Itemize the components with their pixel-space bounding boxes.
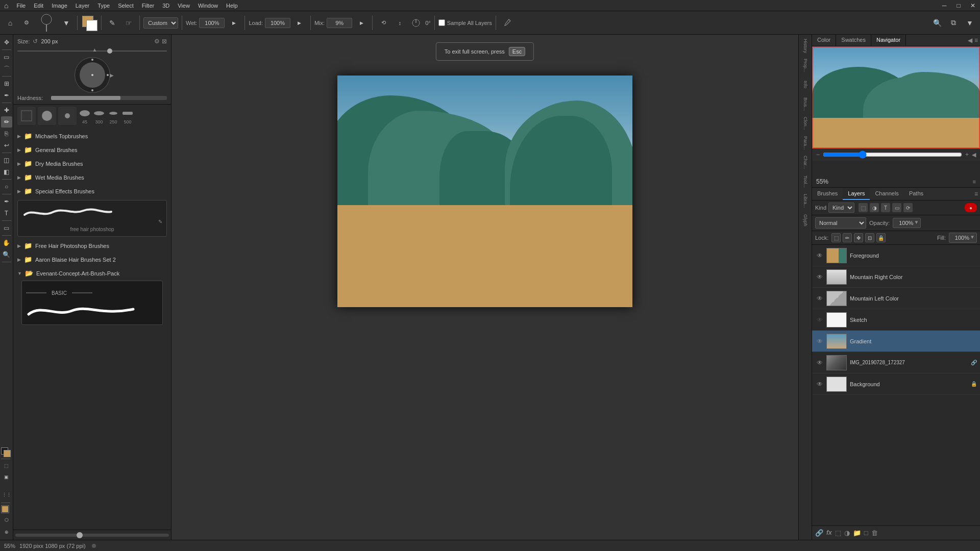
tab-channels[interactable]: Channels	[870, 188, 903, 200]
menu-view[interactable]: View	[174, 2, 194, 10]
select-rect-tool[interactable]: ▭	[1, 52, 12, 63]
brush-group-hair2-header[interactable]: ▶ 📁 Aaron Blaise Hair Brushes Set 2	[17, 254, 167, 265]
right-panel-more-icon[interactable]: ≡	[974, 37, 978, 44]
brush-group-evenant-header[interactable]: ▼ 📂 Evenant-Concept-Art-Brush-Pack	[17, 268, 167, 279]
extra-1[interactable]: ⋮⋮	[1, 489, 12, 500]
layers-panel-more-icon[interactable]: ≡	[974, 190, 978, 197]
wet-up[interactable]: ▶	[227, 16, 241, 30]
lock-artboard-icon[interactable]: ⊡	[865, 233, 874, 242]
blend-mode-select[interactable]: Normal	[815, 217, 866, 229]
heal-tool[interactable]: ✚	[1, 105, 12, 116]
new-layer-icon[interactable]: □	[864, 529, 868, 537]
brush-mode-toggle[interactable]: ⚙	[19, 16, 34, 30]
close-btn[interactable]: ✕	[966, 0, 980, 11]
status-arrow-icon[interactable]	[92, 544, 96, 548]
info-panel-icon[interactable]: Info	[802, 76, 809, 94]
fg-color-small[interactable]	[1, 505, 9, 513]
text-tool[interactable]: T	[1, 208, 12, 219]
layer-item[interactable]: 👁 Sketch	[812, 309, 980, 331]
clone-panel-icon[interactable]: Clon...	[802, 114, 809, 133]
nav-collapse-icon[interactable]: ◀	[972, 152, 976, 158]
tool-option-1[interactable]: ⟲	[376, 16, 390, 30]
brush-pack-preview[interactable]: BASIC	[21, 281, 163, 325]
filter-type-select[interactable]: Kind	[828, 203, 854, 213]
history-panel-icon[interactable]: History	[802, 37, 809, 55]
properties-panel-icon[interactable]: Prop...	[802, 56, 809, 74]
menu-layer[interactable]: Layer	[71, 2, 94, 10]
minimize-btn[interactable]: ─	[937, 0, 951, 11]
foreground-color-swatch[interactable]	[81, 15, 97, 31]
brushes-panel-icon[interactable]: Brus...	[802, 95, 809, 113]
menu-window[interactable]: Window	[194, 2, 222, 10]
eraser-tool[interactable]: ✎	[105, 16, 119, 30]
layer-visibility-eye-4[interactable]: 👁	[815, 315, 824, 324]
edit-stroke-icon[interactable]: ✎	[158, 219, 162, 224]
brush-quick-250[interactable]: 250	[107, 107, 119, 124]
brush-quick-300[interactable]: 300	[93, 107, 105, 124]
layer-item[interactable]: 👁 Background 🔒	[812, 373, 980, 395]
crop-tool[interactable]: ⊞	[1, 78, 12, 89]
lock-all-icon[interactable]: 🔒	[876, 233, 886, 242]
brush-group-wet-header[interactable]: ▶ 📁 Wet Media Brushes	[17, 172, 167, 183]
layer-visibility-eye-6[interactable]: 👁	[815, 358, 824, 367]
navigator-settings-icon[interactable]: ≡	[973, 179, 976, 185]
new-group-icon[interactable]: 📁	[853, 529, 861, 537]
tool-option-2[interactable]: ↕	[393, 16, 407, 30]
filter-toggle[interactable]: ●	[965, 203, 977, 212]
libraries-icon[interactable]: Libra...	[802, 192, 809, 210]
lock-position-icon[interactable]: ✥	[854, 233, 863, 242]
layer-visibility-eye-3[interactable]: 👁	[815, 294, 824, 303]
menu-help[interactable]: Help	[222, 2, 242, 10]
tab-paths[interactable]: Paths	[904, 188, 928, 200]
eyedropper-tool[interactable]: ✒	[1, 90, 12, 101]
brush-group-general-header[interactable]: ▶ 📁 General Brushes	[17, 144, 167, 155]
menu-type[interactable]: Type	[93, 2, 114, 10]
gradient-tool-small[interactable]: ⬡	[1, 514, 12, 525]
layer-item[interactable]: 👁 Gradient	[812, 331, 980, 352]
mix-input[interactable]	[327, 18, 352, 28]
brush-bottom-thumb[interactable]	[77, 532, 83, 538]
brush-quick-small-round[interactable]	[58, 107, 77, 125]
gradient-tool[interactable]: ◧	[1, 166, 12, 178]
maximize-btn[interactable]: □	[951, 0, 966, 11]
brush-size-arrow-up[interactable]: ▲	[92, 47, 97, 53]
menu-3d[interactable]: 3D	[158, 2, 174, 10]
brush-group-michaels-header[interactable]: ▶ 📁 Michaels Topbrushes	[17, 131, 167, 141]
layer-item[interactable]: 👁 Mountain Right Color	[812, 266, 980, 288]
home-btn[interactable]: ⌂	[0, 1, 12, 11]
brush-panel-close-btn[interactable]: ⊠	[162, 38, 167, 45]
more-btn[interactable]: ▼	[963, 16, 977, 30]
char-panel-icon[interactable]: Char...	[802, 153, 809, 171]
filter-smart-icon[interactable]: ⟳	[903, 203, 913, 212]
brush-group-special-header[interactable]: ▶ 📁 Special Effects Brushes	[17, 186, 167, 196]
lock-transparency-icon[interactable]: ⬚	[831, 233, 841, 242]
screen-mode-btn[interactable]: ▣	[1, 471, 12, 483]
layer-visibility-eye-2[interactable]: 👁	[815, 272, 824, 282]
paragraph-panel-icon[interactable]: Para...	[802, 134, 809, 152]
filter-adjustment-icon[interactable]: ◑	[870, 203, 879, 212]
layer-visibility-eye-5[interactable]: 👁	[815, 337, 824, 346]
add-adjustment-icon[interactable]: ◑	[844, 529, 850, 537]
tab-navigator[interactable]: Navigator	[871, 35, 906, 46]
layer-visibility-eye-7[interactable]: 👁	[815, 380, 824, 389]
link-layers-icon[interactable]: 🔗	[815, 529, 823, 537]
load-input[interactable]	[265, 18, 290, 28]
menu-image[interactable]: Image	[47, 2, 71, 10]
brush-quick-45[interactable]: 45	[79, 107, 91, 124]
brush-bottom-slider-track[interactable]	[15, 534, 169, 537]
tool-presets-icon[interactable]: Tool...	[802, 172, 809, 191]
layer-item[interactable]: 👁 IMG_20190728_172327 🔗	[812, 352, 980, 373]
color-swatches[interactable]	[1, 447, 12, 458]
canvas-painting[interactable]	[337, 76, 632, 307]
pen-tool[interactable]: ✒	[1, 196, 12, 207]
menu-edit[interactable]: Edit	[30, 2, 47, 10]
quick-mask-btn[interactable]: ⬚	[1, 460, 12, 471]
menu-file[interactable]: File	[12, 2, 30, 10]
nav-zoom-slider[interactable]	[823, 151, 962, 159]
brush-quick-500[interactable]: 500	[121, 107, 134, 124]
hardness-slider[interactable]	[51, 96, 167, 100]
brush-group-dry-header[interactable]: ▶ 📁 Dry Media Brushes	[17, 158, 167, 169]
zoom-tool-strip[interactable]: 🔍	[1, 249, 12, 260]
move-tool[interactable]: ✥	[1, 37, 12, 48]
brush-quick-blank[interactable]	[17, 107, 36, 125]
